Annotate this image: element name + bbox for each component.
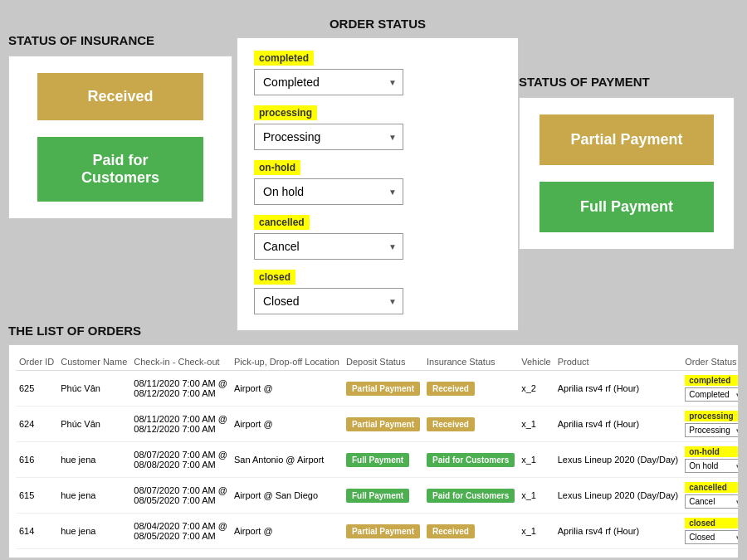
order-status-cell: on-hold On hold Completed Processing On …	[685, 446, 739, 473]
status-row-closed: closed Closed Completed Processing On ho…	[254, 270, 501, 314]
cell-order-id: 625	[16, 371, 57, 407]
table-row: 616 hue jena 08/07/2020 7:00 AM @08/08/2…	[16, 442, 739, 478]
cell-order-status: closed Closed Completed Processing On ho…	[681, 514, 739, 549]
cell-checkin: 08/11/2020 7:00 AM @08/12/2020 7:00 AM	[130, 371, 231, 407]
insurance-badge: Paid for Customers	[427, 453, 515, 467]
cell-product: Aprilia rsv4 rf (Hour)	[554, 514, 682, 549]
select-wrapper-processing[interactable]: Processing Completed On hold Cancel Clos…	[254, 124, 403, 150]
cell-product: Aprilia rsv4 rf (Hour)	[554, 371, 682, 407]
cell-location: Airport @	[231, 514, 343, 549]
order-status-card: completed Completed Processing On hold C…	[237, 37, 519, 331]
cell-insurance: Received	[423, 371, 518, 407]
mini-select-wrapper[interactable]: Closed Completed Processing On hold Canc…	[685, 530, 739, 544]
cell-product: Aprilia rsv4 rf (Hour)	[554, 407, 682, 442]
cell-location: San Antonio @ Airport	[231, 442, 343, 478]
deposit-badge: Partial Payment	[346, 382, 420, 396]
badge-processing: processing	[254, 105, 317, 120]
badge-closed: closed	[254, 270, 295, 285]
cell-product: Lexus Lineup 2020 (Day/Day)	[554, 442, 682, 478]
cell-checkin: 08/07/2020 7:00 AM @08/05/2020 7:00 AM	[130, 478, 231, 514]
mini-select[interactable]: On hold Completed Processing On hold Can…	[685, 459, 739, 473]
cell-customer: hue jena	[57, 442, 130, 478]
mini-select[interactable]: Processing Completed Processing On hold …	[685, 423, 739, 437]
mini-select-wrapper[interactable]: On hold Completed Processing On hold Can…	[685, 459, 739, 473]
cell-customer: Phúc Vân	[57, 407, 130, 442]
table-row: 614 hue jena 08/04/2020 7:00 AM @08/05/2…	[16, 514, 739, 549]
select-wrapper-closed[interactable]: Closed Completed Processing On hold Canc…	[254, 288, 403, 314]
cell-deposit: Partial Payment	[343, 407, 423, 442]
col-order-id: Order ID	[16, 353, 57, 371]
order-status-cell: processing Processing Completed Processi…	[685, 411, 739, 437]
badge-cancelled: cancelled	[254, 215, 310, 230]
col-customer: Customer Name	[57, 353, 130, 371]
deposit-badge: Full Payment	[346, 489, 409, 503]
paid-customers-button[interactable]: Paid for Customers	[37, 137, 203, 202]
mini-badge: completed	[685, 375, 739, 386]
status-row-cancelled: cancelled Cancel Completed Processing On…	[254, 215, 501, 260]
full-payment-button[interactable]: Full Payment	[540, 182, 714, 232]
mini-badge: closed	[685, 518, 739, 528]
cell-vehicle: x_1	[518, 407, 554, 442]
cell-insurance: Received	[423, 407, 518, 442]
select-closed[interactable]: Closed Completed Processing On hold Canc…	[254, 288, 403, 314]
table-row: 615 hue jena 08/07/2020 7:00 AM @08/05/2…	[16, 478, 739, 514]
insurance-card: Received Paid for Customers	[8, 56, 232, 219]
deposit-badge: Partial Payment	[346, 524, 420, 538]
mini-badge: processing	[685, 411, 739, 421]
select-cancelled[interactable]: Cancel Completed Processing On hold Clos…	[254, 233, 403, 260]
select-wrapper-onhold[interactable]: On hold Completed Processing Cancel Clos…	[254, 178, 403, 205]
orders-card: Order ID Customer Name Check-in - Check-…	[8, 344, 739, 558]
badge-completed: completed	[254, 51, 314, 66]
order-status-title: ORDER STATUS	[237, 17, 519, 31]
partial-payment-button[interactable]: Partial Payment	[540, 114, 714, 165]
mini-badge: on-hold	[685, 446, 739, 457]
mini-select[interactable]: Cancel Completed Processing On hold Canc…	[685, 494, 739, 509]
cell-checkin: 08/04/2020 7:00 AM @08/05/2020 7:00 AM	[130, 514, 231, 549]
cell-vehicle: x_1	[518, 478, 554, 514]
mini-select-wrapper[interactable]: Cancel Completed Processing On hold Canc…	[685, 494, 739, 509]
cell-insurance: Paid for Customers	[423, 442, 518, 478]
mini-badge: cancelled	[685, 482, 739, 493]
order-status-section: ORDER STATUS completed Completed Process…	[237, 17, 519, 331]
cell-customer: Phúc Vân	[57, 371, 130, 407]
insurance-badge: Received	[427, 382, 475, 396]
select-wrapper-completed[interactable]: Completed Processing On hold Cancel Clos…	[254, 69, 403, 95]
cell-deposit: Full Payment	[343, 442, 423, 478]
received-button[interactable]: Received	[37, 73, 203, 120]
payment-section: STATUS OF PAYMENT Partial Payment Full P…	[519, 75, 735, 250]
deposit-badge: Partial Payment	[346, 417, 420, 431]
select-completed[interactable]: Completed Processing On hold Cancel Clos…	[254, 69, 403, 95]
table-row: 625 Phúc Vân 08/11/2020 7:00 AM @08/12/2…	[16, 371, 739, 407]
select-processing[interactable]: Processing Completed On hold Cancel Clos…	[254, 124, 403, 150]
cell-order-status: processing Processing Completed Processi…	[681, 407, 739, 442]
status-row-onhold: on-hold On hold Completed Processing Can…	[254, 160, 501, 205]
deposit-badge: Full Payment	[346, 453, 409, 467]
cell-customer: hue jena	[57, 478, 130, 514]
payment-card: Partial Payment Full Payment	[519, 97, 735, 250]
cell-location: Airport @	[231, 371, 343, 407]
table-header-row: Order ID Customer Name Check-in - Check-…	[16, 353, 739, 371]
select-wrapper-cancelled[interactable]: Cancel Completed Processing On hold Clos…	[254, 233, 403, 260]
badge-onhold: on-hold	[254, 160, 300, 175]
mini-select[interactable]: Closed Completed Processing On hold Canc…	[685, 530, 739, 544]
cell-vehicle: x_1	[518, 514, 554, 549]
cell-checkin: 08/11/2020 7:00 AM @08/12/2020 7:00 AM	[130, 407, 231, 442]
mini-select-wrapper[interactable]: Processing Completed Processing On hold …	[685, 423, 739, 437]
cell-location: Airport @ San Diego	[231, 478, 343, 514]
col-product: Product	[554, 353, 682, 371]
col-location: Pick-up, Drop-off Location	[231, 353, 343, 371]
order-status-cell: closed Closed Completed Processing On ho…	[685, 518, 739, 544]
order-status-cell: cancelled Cancel Completed Processing On…	[685, 482, 739, 509]
cell-vehicle: x_2	[518, 371, 554, 407]
cell-order-id: 616	[16, 442, 57, 478]
mini-select-wrapper[interactable]: Completed Completed Processing On hold C…	[685, 387, 739, 402]
cell-order-id: 615	[16, 478, 57, 514]
insurance-badge: Received	[427, 524, 475, 538]
cell-vehicle: x_1	[518, 442, 554, 478]
mini-select[interactable]: Completed Completed Processing On hold C…	[685, 387, 739, 402]
cell-order-status: cancelled Cancel Completed Processing On…	[681, 478, 739, 514]
orders-section: THE LIST OF ORDERS Order ID Customer Nam…	[8, 324, 739, 558]
select-onhold[interactable]: On hold Completed Processing Cancel Clos…	[254, 178, 403, 205]
status-row-completed: completed Completed Processing On hold C…	[254, 51, 501, 95]
cell-insurance: Received	[423, 514, 518, 549]
